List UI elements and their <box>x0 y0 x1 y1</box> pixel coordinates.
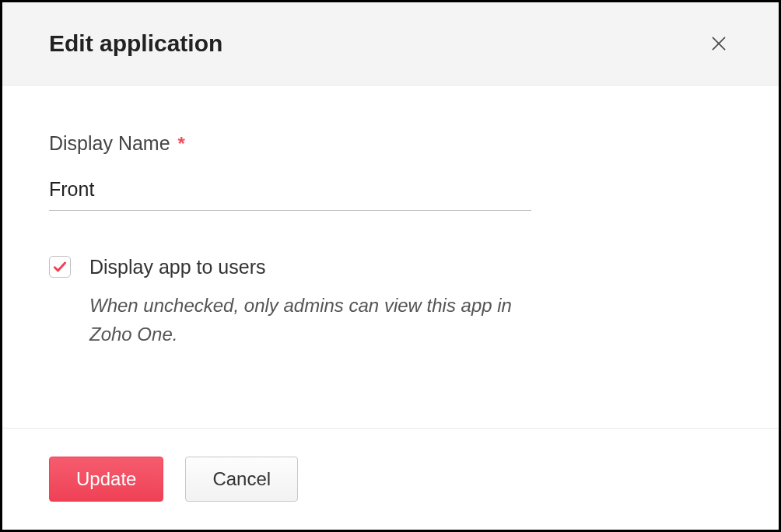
checkbox-content: Display app to users When unchecked, onl… <box>89 254 525 348</box>
display-name-field: Display Name * <box>49 132 732 211</box>
update-button[interactable]: Update <box>49 457 163 502</box>
display-to-users-field: Display app to users When unchecked, onl… <box>49 254 732 348</box>
display-name-label-text: Display Name <box>49 132 170 155</box>
display-name-label: Display Name * <box>49 132 732 155</box>
modal-header: Edit application <box>2 2 779 86</box>
close-button[interactable] <box>706 30 732 57</box>
display-to-users-label: Display app to users <box>89 254 525 280</box>
modal-body: Display Name * Display app to users When… <box>2 86 779 428</box>
modal-title: Edit application <box>49 30 222 57</box>
display-to-users-description: When unchecked, only admins can view thi… <box>89 291 525 348</box>
close-icon <box>709 33 729 54</box>
display-name-input[interactable] <box>49 173 531 211</box>
modal-footer: Update Cancel <box>2 428 779 530</box>
required-asterisk-icon: * <box>178 133 185 155</box>
cancel-button[interactable]: Cancel <box>185 457 298 502</box>
edit-application-modal: Edit application Display Name * <box>0 0 781 532</box>
